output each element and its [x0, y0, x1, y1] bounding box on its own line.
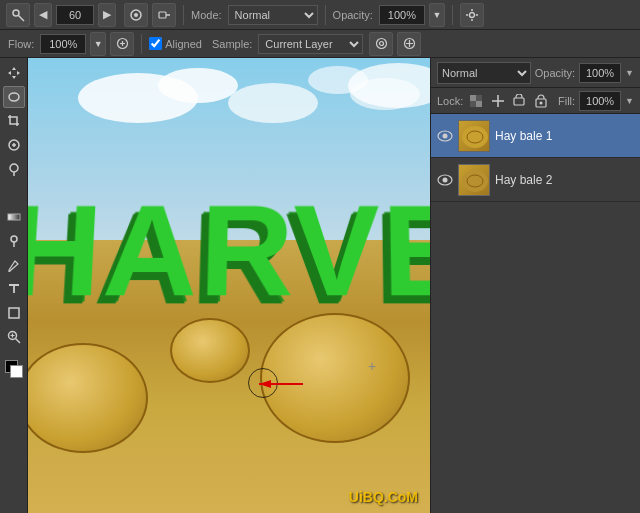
- svg-point-34: [462, 170, 488, 192]
- fill-dropdown-arrow[interactable]: ▼: [625, 96, 634, 106]
- separator4: [141, 34, 142, 54]
- eraser-tool[interactable]: [3, 182, 25, 204]
- svg-point-30: [462, 126, 488, 148]
- svg-point-29: [443, 133, 448, 138]
- svg-point-15: [11, 236, 17, 242]
- layer-1-thumbnail: [458, 120, 490, 152]
- crop-tool[interactable]: [3, 110, 25, 132]
- lock-all-icon[interactable]: [532, 92, 550, 110]
- toolbar-top: ◀ 60 ▶ Mode: Normal Opacity: 100% ▼: [0, 0, 640, 30]
- brush-decrease-btn[interactable]: ◀: [34, 3, 52, 27]
- opacity-dropdown-arrow[interactable]: ▼: [625, 68, 634, 78]
- svg-point-11: [9, 93, 19, 101]
- cloud2: [158, 68, 238, 103]
- svg-point-33: [443, 177, 448, 182]
- toolbar-second: Flow: 100% ▼ Aligned Sample: Current Lay…: [0, 30, 640, 58]
- lock-label: Lock:: [437, 95, 463, 107]
- layers-opacity-input[interactable]: 100%: [579, 63, 621, 83]
- layer-1-name: Hay bale 1: [495, 129, 634, 143]
- svg-rect-25: [514, 98, 524, 105]
- cursor-cross: +: [368, 358, 376, 374]
- opacity-arrow[interactable]: ▼: [429, 3, 445, 27]
- pen-tool[interactable]: [3, 254, 25, 276]
- svg-point-9: [379, 42, 383, 46]
- dodge-tool[interactable]: [3, 230, 25, 252]
- layer-item-1[interactable]: Hay bale 1: [431, 114, 640, 158]
- tool-icon[interactable]: [6, 3, 30, 27]
- opacity-label: Opacity:: [333, 9, 373, 21]
- svg-rect-4: [159, 12, 166, 18]
- gradient-tool[interactable]: [3, 206, 25, 228]
- flow-input[interactable]: 100%: [40, 34, 86, 54]
- left-panel: [0, 58, 28, 513]
- separator2: [325, 5, 326, 25]
- svg-rect-24: [470, 101, 476, 107]
- cloud3: [228, 83, 318, 123]
- clone-stamp-tool[interactable]: [3, 158, 25, 180]
- svg-point-13: [10, 164, 18, 172]
- sample-label: Sample:: [212, 38, 252, 50]
- svg-rect-21: [470, 95, 476, 101]
- opacity-input[interactable]: 100%: [379, 5, 425, 25]
- layers-mode-select[interactable]: Normal: [437, 62, 531, 84]
- layers-panel: Normal Opacity: 100% ▼ Lock:: [430, 58, 640, 513]
- brush-increase-btn[interactable]: ▶: [98, 3, 116, 27]
- cloud6: [350, 78, 420, 110]
- fill-input[interactable]: 100%: [579, 91, 621, 111]
- flow-label: Flow:: [8, 38, 34, 50]
- sample-select[interactable]: Current Layer: [258, 34, 363, 54]
- layer-1-visibility[interactable]: [437, 128, 453, 144]
- brush-size-input[interactable]: 60: [56, 5, 94, 25]
- move-tool[interactable]: [3, 62, 25, 84]
- svg-rect-14: [8, 214, 20, 220]
- airbrush-icon[interactable]: [152, 3, 176, 27]
- flow-arrow[interactable]: ▼: [90, 32, 106, 56]
- healing-tool[interactable]: [3, 134, 25, 156]
- text-tool[interactable]: [3, 278, 25, 300]
- sample-icon[interactable]: [369, 32, 393, 56]
- layer-2-thumbnail: [458, 164, 490, 196]
- layer-2-name: Hay bale 2: [495, 173, 634, 187]
- svg-rect-23: [476, 95, 482, 101]
- layers-header: Normal Opacity: 100% ▼: [431, 58, 640, 88]
- mode-label: Mode:: [191, 9, 222, 21]
- aligned-checkbox-label[interactable]: Aligned: [149, 37, 202, 50]
- svg-line-18: [15, 339, 20, 344]
- hay-bale-back: [170, 318, 250, 383]
- svg-rect-22: [476, 101, 482, 107]
- main-area: HARVEST + Ui: [0, 58, 640, 513]
- svg-point-27: [540, 101, 543, 104]
- brush-preset-icon[interactable]: [124, 3, 148, 27]
- settings-icon[interactable]: [460, 3, 484, 27]
- svg-point-0: [13, 10, 19, 16]
- layers-opacity-label: Opacity:: [535, 67, 575, 79]
- fill-label: Fill:: [558, 95, 575, 107]
- shape-tool[interactable]: [3, 302, 25, 324]
- harvest-text: HARVEST: [28, 187, 430, 317]
- aligned-text: Aligned: [165, 38, 202, 50]
- lock-checkerboard-icon[interactable]: [467, 92, 485, 110]
- lock-artboard-icon[interactable]: [511, 92, 529, 110]
- separator1: [183, 5, 184, 25]
- canvas-image: HARVEST +: [28, 58, 430, 513]
- layer-item-2[interactable]: Hay bale 2: [431, 158, 640, 202]
- lock-move-icon[interactable]: [489, 92, 507, 110]
- flow-icon[interactable]: [110, 32, 134, 56]
- svg-point-3: [134, 13, 138, 17]
- separator3: [452, 5, 453, 25]
- canvas-area[interactable]: HARVEST + Ui: [28, 58, 430, 513]
- layers-lock-row: Lock: Fill: 100% ▼: [431, 88, 640, 114]
- zoom-tool[interactable]: [3, 326, 25, 348]
- watermark: UiBQ.CoM: [349, 489, 418, 505]
- svg-point-6: [469, 12, 474, 17]
- cursor-arrow: [253, 378, 303, 392]
- svg-line-1: [19, 15, 25, 21]
- aligned-checkbox[interactable]: [149, 37, 162, 50]
- lasso-tool[interactable]: [3, 86, 25, 108]
- target-icon[interactable]: [397, 32, 421, 56]
- mode-select[interactable]: Normal: [228, 5, 318, 25]
- svg-point-8: [376, 39, 386, 49]
- layer-2-visibility[interactable]: [437, 172, 453, 188]
- foreground-color[interactable]: [3, 358, 25, 380]
- svg-rect-16: [9, 308, 19, 318]
